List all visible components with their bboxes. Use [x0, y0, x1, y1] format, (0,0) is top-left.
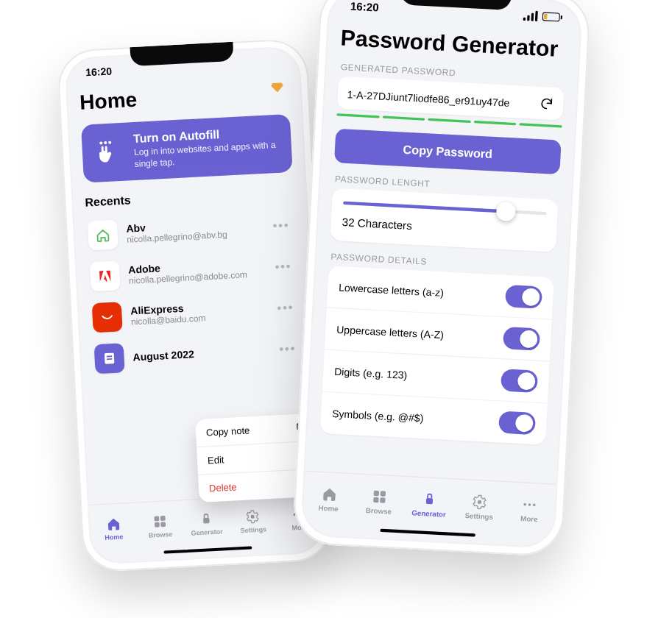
svg-rect-21 — [426, 498, 433, 505]
more-icon[interactable]: ••• — [272, 296, 299, 320]
browse-icon — [371, 489, 388, 505]
phone-home: 16:20 Home Turn on Autofill Log in into … — [57, 38, 334, 573]
browse-icon — [152, 514, 168, 529]
svg-rect-20 — [380, 497, 386, 503]
tab-settings[interactable]: Settings — [229, 508, 277, 535]
details-card: Lowercase letters (a-z) Uppercase letter… — [320, 266, 554, 445]
svg-rect-4 — [107, 356, 112, 358]
generator-icon — [421, 491, 438, 508]
length-slider[interactable] — [343, 202, 546, 216]
phone-generator: 16:20 Password Generator GENERATED PASSW… — [292, 0, 592, 557]
abv-app-icon — [88, 220, 119, 251]
regenerate-icon[interactable] — [533, 96, 554, 113]
svg-point-23 — [524, 503, 527, 506]
battery-icon — [542, 12, 560, 21]
toggle-lowercase[interactable] — [505, 285, 542, 309]
svg-rect-11 — [160, 522, 166, 527]
svg-rect-9 — [160, 516, 166, 521]
tab-bar: Home Browse Generator Settings More — [89, 492, 325, 563]
tab-browse[interactable]: Browse — [353, 488, 405, 516]
adobe-app-icon — [90, 261, 121, 292]
svg-rect-18 — [380, 491, 386, 497]
tab-bar: Home Browse Generator Settings More — [302, 471, 556, 547]
length-value: 32 Characters — [342, 216, 545, 239]
premium-diamond-icon[interactable] — [270, 80, 284, 94]
toggle-digits[interactable] — [501, 369, 538, 393]
tab-home[interactable]: Home — [90, 516, 138, 542]
generator-icon — [199, 511, 214, 527]
signal-icon — [523, 10, 538, 21]
svg-rect-5 — [107, 358, 112, 360]
settings-icon — [471, 494, 488, 511]
toggle-symbols[interactable] — [498, 411, 536, 435]
aliexpress-app-icon — [92, 302, 123, 333]
tab-browse[interactable]: Browse — [136, 513, 184, 539]
svg-point-24 — [528, 503, 531, 506]
svg-point-25 — [533, 503, 536, 506]
home-icon — [321, 486, 338, 502]
toggle-uppercase[interactable] — [503, 327, 540, 351]
length-card: 32 Characters — [330, 188, 558, 252]
more-icon[interactable]: ••• — [268, 214, 294, 238]
svg-rect-12 — [203, 518, 210, 524]
svg-point-13 — [251, 515, 255, 519]
svg-rect-17 — [373, 491, 379, 497]
home-icon — [105, 516, 121, 532]
tab-more[interactable]: More — [504, 495, 556, 524]
page-title: Home — [79, 80, 289, 115]
svg-rect-10 — [155, 522, 160, 528]
status-time: 16:20 — [350, 0, 379, 14]
more-icon[interactable]: ••• — [270, 255, 297, 279]
status-time: 16:20 — [85, 65, 113, 78]
svg-rect-19 — [373, 497, 379, 503]
tab-home[interactable]: Home — [303, 485, 355, 514]
tab-generator[interactable]: Generator — [183, 511, 230, 537]
svg-point-1 — [104, 141, 107, 144]
note-app-icon — [94, 343, 125, 374]
generated-password-field[interactable]: 1-A-27DJiunt7liodfe86_er91uy47de — [337, 77, 565, 121]
tap-icon — [93, 137, 124, 168]
recent-name: August 2022 — [132, 344, 266, 363]
svg-point-0 — [99, 141, 102, 144]
more-icon — [522, 497, 539, 514]
tab-generator[interactable]: Generator — [403, 490, 455, 519]
page-title: Password Generator — [340, 25, 567, 63]
more-icon[interactable]: ••• — [275, 338, 301, 361]
svg-point-22 — [478, 500, 482, 505]
password-value: 1-A-27DJiunt7liodfe86_er91uy47de — [347, 88, 533, 110]
svg-rect-8 — [154, 516, 159, 521]
tab-settings[interactable]: Settings — [453, 493, 505, 522]
copy-password-button[interactable]: Copy Password — [334, 129, 562, 174]
svg-point-2 — [108, 141, 111, 143]
settings-icon — [245, 509, 261, 525]
autofill-promo[interactable]: Turn on Autofill Log in into websites an… — [81, 114, 293, 183]
